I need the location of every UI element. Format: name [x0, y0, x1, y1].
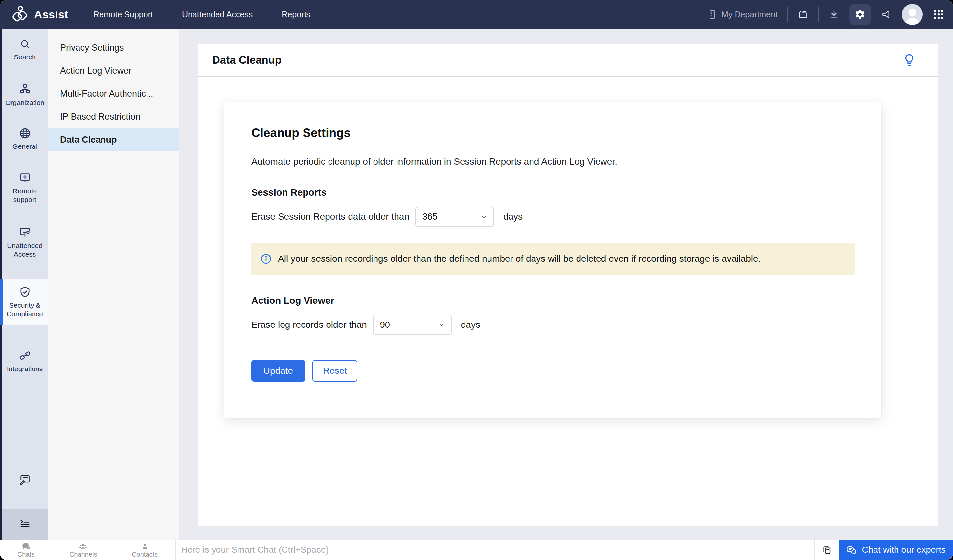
- plug-icon: [19, 349, 31, 362]
- session-reports-label: Erase Session Reports data older than: [251, 211, 409, 222]
- sidebar-item-unattended-access[interactable]: Unattended Access: [2, 226, 48, 259]
- terminal-lines-icon[interactable]: [19, 517, 31, 532]
- chat-bubbles-icon: [846, 545, 857, 555]
- chat-bubble-icon: [22, 542, 31, 551]
- building-icon: [707, 9, 717, 19]
- org-chart-icon: [19, 83, 31, 96]
- sidebar-item-label: Search: [14, 53, 36, 61]
- topnav-links: Remote Support Unattended Access Reports: [93, 10, 310, 19]
- session-reports-days-select[interactable]: 365: [415, 206, 494, 227]
- menu-item-action-log-viewer[interactable]: Action Log Viewer: [48, 59, 179, 82]
- globe-icon: [19, 127, 31, 140]
- search-icon: [19, 38, 31, 51]
- sidebar-item-label: Unattended Access: [4, 241, 46, 259]
- cleanup-settings-card: Cleanup Settings Automate periodic clean…: [224, 102, 882, 419]
- session-reports-heading: Session Reports: [251, 187, 855, 198]
- chat-button-label: Chat with our experts: [862, 545, 945, 555]
- content-panel: Data Cleanup Cleanup Settings Automate p…: [198, 44, 938, 526]
- action-log-label: Erase log records older than: [251, 320, 367, 330]
- update-button[interactable]: Update: [251, 360, 305, 382]
- stacked-cards-icon[interactable]: [815, 540, 839, 560]
- action-log-days-value: 90: [380, 320, 390, 330]
- card-actions: Update Reset: [251, 360, 855, 382]
- sidebar-item-label: General: [12, 142, 37, 151]
- menu-item-label: Privacy Settings: [60, 43, 124, 53]
- card-heading: Cleanup Settings: [251, 126, 855, 140]
- action-log-unit: days: [461, 320, 480, 330]
- department-selector[interactable]: My Department: [707, 9, 778, 19]
- topnav-right: My Department: [707, 4, 944, 25]
- session-reports-unit: days: [503, 211, 523, 222]
- tab-chats[interactable]: Chats: [17, 541, 34, 558]
- top-navbar: Assist Remote Support Unattended Access …: [0, 0, 953, 29]
- tab-label: Channels: [69, 551, 97, 558]
- info-icon: [260, 253, 272, 265]
- tab-contacts[interactable]: Contacts: [132, 541, 158, 558]
- person-icon: [141, 542, 149, 551]
- sidebar-item-security-compliance[interactable]: Security & Compliance: [2, 279, 48, 325]
- tab-label: Chats: [17, 551, 34, 558]
- announcements-icon[interactable]: [881, 9, 892, 20]
- feedback-note-icon: [18, 472, 32, 486]
- sidebar-item-integrations[interactable]: Integrations: [2, 349, 48, 373]
- action-log-days-select[interactable]: 90: [373, 315, 452, 335]
- reset-button[interactable]: Reset: [312, 360, 357, 382]
- menu-item-multi-factor-authentication[interactable]: Multi-Factor Authentic...: [48, 82, 179, 105]
- navbar-divider: [818, 7, 819, 22]
- sidebar-item-remote-support[interactable]: Remote support: [2, 171, 48, 204]
- card-description: Automate periodic cleanup of older infor…: [251, 156, 855, 167]
- zoho-assist-logo-icon: [11, 5, 29, 24]
- nav-remote-support[interactable]: Remote Support: [93, 10, 153, 19]
- app-window: Assist Remote Support Unattended Access …: [0, 0, 953, 560]
- people-group-icon: [78, 542, 88, 551]
- sidebar-item-general[interactable]: General: [2, 127, 48, 151]
- monitor-key-icon: [19, 226, 31, 239]
- tab-label: Contacts: [132, 551, 158, 558]
- chat-with-experts-button[interactable]: Chat with our experts: [839, 540, 953, 560]
- sidebar-item-organization[interactable]: Organization: [2, 83, 48, 107]
- menu-item-ip-based-restriction[interactable]: IP Based Restriction: [48, 105, 179, 128]
- navbar-divider: [787, 7, 788, 22]
- folder-icon[interactable]: [798, 9, 809, 20]
- page-header: Data Cleanup: [198, 44, 938, 77]
- rail-bottom-section: [2, 509, 48, 540]
- brand[interactable]: Assist: [11, 5, 68, 24]
- menu-item-data-cleanup[interactable]: Data Cleanup: [48, 128, 179, 151]
- chat-tabs: Chats Channels: [0, 540, 175, 560]
- smart-chat-input[interactable]: [176, 540, 814, 560]
- chevron-down-icon: [438, 321, 445, 329]
- settings-gear-button[interactable]: [849, 4, 871, 25]
- menu-item-label: Action Log Viewer: [60, 66, 131, 76]
- session-reports-row: Erase Session Reports data older than 36…: [251, 206, 855, 227]
- download-icon[interactable]: [829, 9, 839, 20]
- shield-check-icon: [19, 286, 31, 299]
- info-note-text: All your session recordings older than t…: [278, 254, 761, 264]
- main-area: Data Cleanup Cleanup Settings Automate p…: [179, 29, 953, 540]
- chevron-down-icon: [480, 213, 487, 220]
- menu-item-privacy-settings[interactable]: Privacy Settings: [48, 36, 179, 59]
- user-avatar[interactable]: [902, 4, 923, 25]
- menu-item-label: Multi-Factor Authentic...: [60, 89, 154, 99]
- sidebar-item-label: Remote support: [4, 187, 46, 204]
- action-log-row: Erase log records older than 90 days: [251, 315, 855, 335]
- sidebar-item-search[interactable]: Search: [2, 38, 48, 61]
- brand-name: Assist: [34, 8, 68, 21]
- feedback-shortcut[interactable]: [2, 472, 48, 486]
- nav-unattended-access[interactable]: Unattended Access: [182, 10, 253, 19]
- recording-deletion-info-box: All your session recordings older than t…: [251, 243, 855, 275]
- icon-rail: Search Organization Gener: [0, 29, 48, 540]
- page-title: Data Cleanup: [212, 54, 281, 66]
- department-name: My Department: [722, 10, 778, 19]
- session-reports-days-value: 365: [422, 212, 437, 222]
- smart-chat-bar: Chats Channels: [0, 540, 953, 560]
- sidebar-item-label: Organization: [5, 99, 44, 107]
- apps-grid-icon[interactable]: [933, 9, 944, 20]
- settings-menu: Privacy Settings Action Log Viewer Multi…: [48, 29, 179, 540]
- nav-reports[interactable]: Reports: [281, 10, 310, 19]
- menu-item-label: IP Based Restriction: [60, 112, 140, 122]
- menu-item-label: Data Cleanup: [60, 135, 117, 145]
- sidebar-item-label: Integrations: [7, 365, 43, 373]
- monitor-plus-icon: [19, 171, 31, 185]
- tab-channels[interactable]: Channels: [69, 541, 97, 558]
- tips-lightbulb-icon[interactable]: [903, 53, 916, 67]
